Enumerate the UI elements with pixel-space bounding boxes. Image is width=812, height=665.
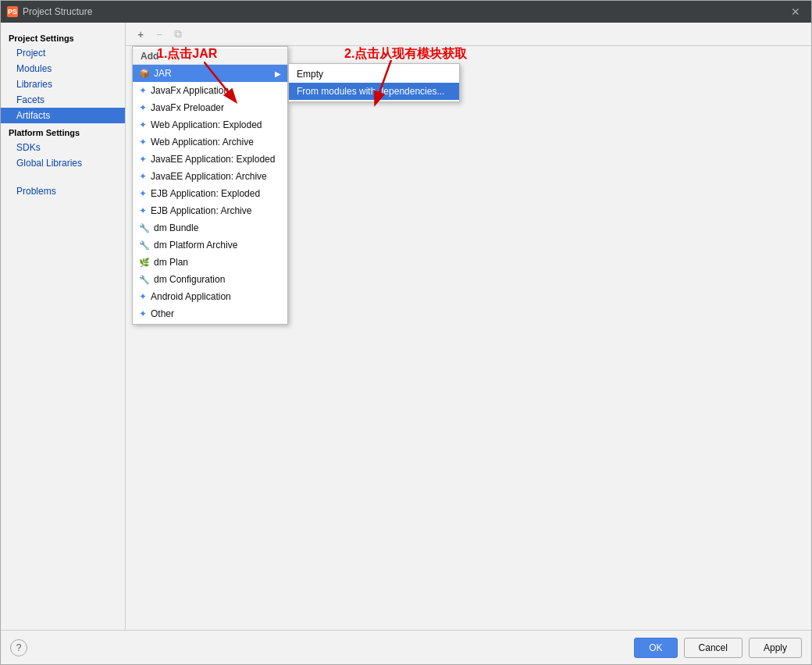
dropdown-item-dm-config[interactable]: 🔧 dm Configuration: [133, 271, 287, 288]
sidebar-item-sdks[interactable]: SDKs: [1, 140, 125, 155]
sidebar-item-modules[interactable]: Modules: [1, 61, 125, 76]
dropdown-item-javaee-archive[interactable]: ✦ JavaEE Application: Archive: [133, 168, 287, 185]
window-title: Project Structure: [23, 6, 92, 17]
sidebar-item-artifacts[interactable]: Artifacts: [1, 108, 125, 123]
dropdown-item-dm-bundle[interactable]: 🔧 dm Bundle: [133, 219, 287, 236]
submenu-item-from-modules[interactable]: From modules with dependencies...: [289, 83, 459, 100]
javafx-preloader-icon: ✦: [139, 102, 147, 113]
annotation-2: 2.点击从现有模块获取: [344, 47, 467, 60]
android-icon: ✦: [139, 291, 147, 302]
sidebar: Project Settings Project Modules Librari…: [1, 23, 126, 630]
dropdown-item-other[interactable]: ✦ Other: [133, 305, 287, 322]
add-button[interactable]: +: [132, 26, 149, 43]
content-area: Project Settings Project Modules Librari…: [1, 23, 811, 630]
ejb-exploded-icon: ✦: [139, 188, 147, 199]
dropdown-item-dm-plan[interactable]: 🌿 dm Plan: [133, 254, 287, 271]
dropdown-item-javafx-preloader[interactable]: ✦ JavaFx Preloader: [133, 99, 287, 116]
dm-config-icon: 🔧: [139, 275, 150, 285]
title-bar-left: PS Project Structure: [7, 6, 92, 17]
platform-settings-label: Platform Settings: [1, 123, 125, 140]
dropdown-item-dm-platform[interactable]: 🔧 dm Platform Archive: [133, 236, 287, 254]
submenu-item-empty[interactable]: Empty: [289, 66, 459, 83]
ejb-archive-icon: ✦: [139, 205, 147, 216]
javaee-exploded-icon: ✦: [139, 154, 147, 165]
dropdown-container: Add 📦 JAR ▶ ✦ JavaFx Application ✦ JavaF…: [132, 46, 288, 325]
dropdown-item-javafx-app[interactable]: ✦ JavaFx Application: [133, 82, 287, 99]
javaee-archive-icon: ✦: [139, 171, 147, 182]
sidebar-item-global-libraries[interactable]: Global Libraries: [1, 155, 125, 171]
close-button[interactable]: ✕: [786, 4, 805, 20]
jar-submenu: Empty From modules with dependencies...: [288, 63, 460, 102]
cancel-button[interactable]: Cancel: [684, 638, 743, 658]
dropdown-header: Add: [133, 48, 287, 65]
submenu-arrow-icon: ▶: [275, 69, 281, 78]
bottom-right-buttons: OK Cancel Apply: [634, 638, 802, 658]
title-bar: PS Project Structure ✕: [1, 1, 811, 23]
web-exploded-icon: ✦: [139, 119, 147, 130]
dm-bundle-icon: 🔧: [139, 223, 150, 233]
dropdown-item-ejb-archive[interactable]: ✦ EJB Application: Archive: [133, 202, 287, 219]
sidebar-item-project[interactable]: Project: [1, 45, 125, 61]
copy-button[interactable]: ⧉: [169, 26, 187, 43]
toolbar: + − ⧉: [126, 23, 811, 46]
dropdown-item-ejb-exploded[interactable]: ✦ EJB Application: Exploded: [133, 185, 287, 202]
add-dropdown-menu: Add 📦 JAR ▶ ✦ JavaFx Application ✦ JavaF…: [132, 46, 288, 325]
dropdown-item-javaee-exploded[interactable]: ✦ JavaEE Application: Exploded: [133, 151, 287, 168]
dropdown-item-web-archive[interactable]: ✦ Web Application: Archive: [133, 133, 287, 151]
apply-button[interactable]: Apply: [749, 638, 802, 658]
dm-plan-icon: 🌿: [139, 258, 150, 268]
dropdown-item-jar[interactable]: 📦 JAR ▶: [133, 65, 287, 82]
dropdown-item-web-exploded[interactable]: ✦ Web Application: Exploded: [133, 116, 287, 133]
sidebar-item-problems[interactable]: Problems: [1, 183, 125, 199]
project-settings-label: Project Settings: [1, 29, 125, 45]
sidebar-item-facets[interactable]: Facets: [1, 92, 125, 108]
javafx-app-icon: ✦: [139, 85, 147, 96]
help-button[interactable]: ?: [10, 639, 27, 656]
ok-button[interactable]: OK: [634, 638, 677, 658]
sidebar-item-libraries[interactable]: Libraries: [1, 76, 125, 92]
main-area: + − ⧉ Add 📦 JAR ▶ ✦ JavaFx Applicati: [126, 23, 811, 630]
app-icon: PS: [7, 6, 18, 17]
jar-icon: 📦: [139, 69, 150, 79]
other-icon: ✦: [139, 308, 147, 319]
project-structure-window: PS Project Structure ✕ Project Settings …: [0, 0, 812, 665]
dm-platform-icon: 🔧: [139, 240, 150, 251]
web-archive-icon: ✦: [139, 137, 147, 148]
bottom-bar: ? OK Cancel Apply: [1, 630, 811, 664]
remove-button[interactable]: −: [151, 26, 168, 43]
dropdown-item-android[interactable]: ✦ Android Application: [133, 288, 287, 305]
